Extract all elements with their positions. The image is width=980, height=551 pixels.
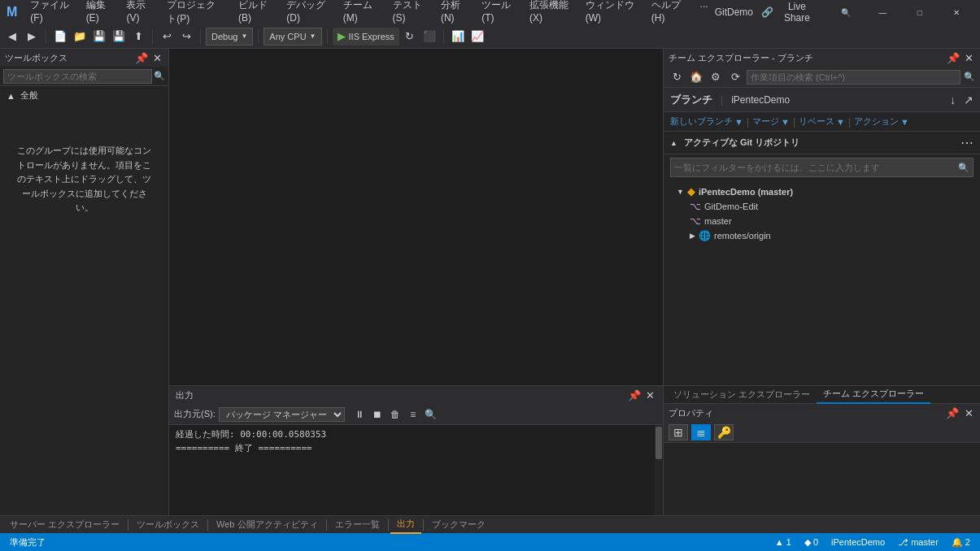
repo-filter-icon[interactable]: 🔍 (955, 163, 973, 173)
config-dropdown[interactable]: Debug ▼ (206, 28, 253, 46)
output-content: 経過した時間: 00:00:00.0580353 ========== 終了 =… (169, 425, 655, 515)
props-categories-button[interactable]: ⊞ (669, 424, 688, 440)
menu-tools[interactable]: ツール(T) (475, 0, 521, 29)
output-close-button[interactable]: ✕ (644, 389, 656, 401)
branch-external-link[interactable]: ↗ (964, 93, 973, 106)
save-all-button[interactable]: 💾 (90, 28, 108, 46)
publish-button[interactable]: ⬆ (129, 28, 147, 46)
tab-solution-explorer[interactable]: ソリューション エクスプローラー (667, 386, 817, 403)
props-alphabetical-button[interactable]: ≣ (691, 424, 711, 440)
branch-nav-arrow[interactable]: ↓ (950, 93, 956, 106)
properties-header: プロパティ 📌 ✕ (664, 404, 980, 422)
output-pin-button[interactable]: 📌 (626, 389, 642, 401)
tab-toolbox-bottom[interactable]: ツールボックス (130, 516, 206, 533)
tab-server-explorer[interactable]: サーバー エクスプローラー (3, 516, 126, 533)
te-sync-button[interactable]: ⟳ (727, 69, 743, 85)
status-errors[interactable]: ▲ 1 (772, 537, 795, 547)
tab-error-list[interactable]: エラー一覧 (329, 516, 386, 533)
branch-title: ブランチ (670, 93, 712, 107)
toolbox-search-input[interactable] (3, 69, 152, 84)
status-project[interactable]: iPentecDemo (828, 537, 888, 547)
output-find-button[interactable]: 🔍 (423, 406, 439, 423)
menu-extensions[interactable]: 拡張機能(X) (523, 0, 577, 29)
minimize-button[interactable]: — (865, 0, 899, 24)
tab-web-activity[interactable]: Web 公開アクティビティ (210, 516, 324, 533)
te-pin-button[interactable]: 📌 (945, 52, 961, 64)
new-project-button[interactable]: 📄 (51, 28, 69, 46)
toolbox-pin-button[interactable]: 📌 (133, 52, 150, 64)
menu-project[interactable]: プロジェクト(P) (160, 0, 230, 29)
te-search-input[interactable] (747, 70, 960, 85)
bottom-tab-sep-5 (423, 519, 424, 531)
close-button[interactable]: ✕ (939, 0, 973, 24)
menu-team[interactable]: チーム(M) (337, 0, 385, 29)
live-share-button[interactable]: 🔗 Live Share (753, 0, 825, 26)
undo-button[interactable]: ↩ (158, 28, 176, 46)
te-search-icon[interactable]: 🔍 (964, 72, 975, 82)
redo-button[interactable]: ↪ (177, 28, 195, 46)
back-button[interactable]: ◀ (3, 28, 21, 46)
output-word-wrap-button[interactable]: ≡ (405, 406, 421, 423)
output-clear-button[interactable]: 🗑 (387, 406, 403, 423)
open-button[interactable]: 📁 (71, 28, 89, 46)
props-pages-button[interactable]: 🔑 (714, 424, 734, 440)
tab-team-label: チーム エクスプローラー (823, 388, 924, 398)
action-button[interactable]: アクション ▼ (854, 115, 909, 128)
output-pause-button[interactable]: ⏸ (351, 406, 368, 423)
tab-bookmark[interactable]: ブックマーク (425, 516, 492, 533)
status-branch[interactable]: ⎇ master (895, 537, 942, 548)
active-repos-header[interactable]: ▲ アクティブな Git リポジトリ ⋯ (664, 132, 980, 154)
menu-test[interactable]: テスト(S) (386, 0, 433, 29)
repo-root-item[interactable]: ▼ ◆ iPentecDemo (master) (664, 184, 980, 199)
te-settings-button[interactable]: ⚙ (708, 69, 724, 85)
props-pin-button[interactable]: 📌 (944, 407, 960, 419)
menu-view[interactable]: 表示(V) (120, 0, 159, 29)
menu-analyze[interactable]: 分析(N) (434, 0, 473, 29)
menu-build[interactable]: ビルド(B) (232, 0, 278, 29)
merge-button[interactable]: マージ ▼ (752, 115, 790, 128)
output-source-dropdown[interactable]: パッケージ マネージャー ビルド デバッグ (219, 407, 345, 422)
status-notification[interactable]: 🔔 2 (948, 537, 973, 548)
editor-area (169, 49, 663, 385)
te-close-button[interactable]: ✕ (963, 52, 975, 64)
status-warnings[interactable]: ◆ 0 (801, 537, 821, 548)
menu-edit[interactable]: 編集(E) (80, 0, 119, 29)
active-repos-more-button[interactable]: ⋯ (960, 135, 973, 150)
menu-debug[interactable]: デバッグ(D) (280, 0, 334, 29)
output-stop-button[interactable]: ⏹ (369, 406, 385, 423)
te-refresh-button[interactable]: ↻ (669, 69, 685, 85)
menu-window[interactable]: ウィンドウ(W) (579, 0, 643, 29)
toolbar-separator-6 (443, 29, 444, 44)
team-explorer-header: チーム エクスプローラー - ブランチ 📌 ✕ (664, 49, 980, 67)
left-column: ツールボックス 📌 ✕ 🔍 ▲ 全般 このグループには使用可能なコントロールがあ… (0, 49, 169, 515)
chart-button[interactable]: 📊 (449, 28, 467, 46)
menu-more[interactable]: ... (694, 0, 715, 29)
toolbox-close-button[interactable]: ✕ (151, 52, 163, 64)
search-button[interactable]: 🔍 (829, 0, 863, 24)
branch-item-master[interactable]: ⌥ master (664, 214, 980, 228)
forward-button[interactable]: ▶ (23, 28, 41, 46)
branch-item-gitdemo-edit[interactable]: ⌥ GitDemo-Edit (664, 199, 980, 214)
toolbox-search-icon[interactable]: 🔍 (154, 71, 165, 81)
toolbox-section-general[interactable]: ▲ 全般 (0, 86, 168, 105)
menu-file[interactable]: ファイル(F) (24, 0, 77, 29)
te-home-button[interactable]: 🏠 (688, 69, 704, 85)
status-ready[interactable]: 準備完了 (7, 536, 49, 549)
refresh-button[interactable]: ↻ (401, 28, 419, 46)
tab-output-bottom[interactable]: 出力 (390, 515, 421, 534)
new-branch-button[interactable]: 新しいブランチ ▼ (670, 115, 743, 128)
stop-button[interactable]: ⬛ (420, 28, 438, 46)
save-button[interactable]: 💾 (110, 28, 128, 46)
repo-filter-input[interactable] (671, 158, 955, 176)
platform-dropdown[interactable]: Any CPU ▼ (264, 28, 321, 46)
menu-help[interactable]: ヘルプ(H) (645, 0, 692, 29)
tab-team-explorer[interactable]: チーム エクスプローラー (817, 385, 930, 404)
props-close-button[interactable]: ✕ (963, 407, 975, 419)
run-button[interactable]: ▶ IIS Express (333, 28, 399, 46)
remote-item-origin[interactable]: ▶ 🌐 remotes/origin (664, 228, 980, 243)
rebase-button[interactable]: リベース ▼ (799, 115, 845, 128)
maximize-button[interactable]: □ (903, 0, 937, 24)
chart2-button[interactable]: 📈 (468, 28, 486, 46)
output-scrollbar[interactable] (655, 425, 663, 515)
toolbox-content: このグループには使用可能なコントロールがありません。項目をこのテキスト上にドラッ… (0, 105, 168, 515)
